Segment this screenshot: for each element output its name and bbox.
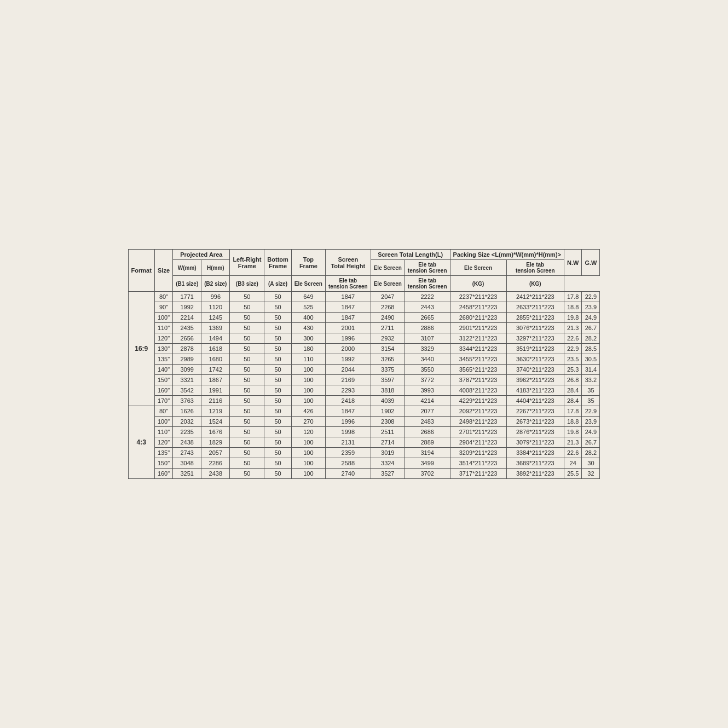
- col-ele-tab: Ele tabtension Screen: [405, 260, 450, 276]
- table-cell: 1847: [325, 406, 371, 417]
- table-cell: 50: [264, 292, 292, 302]
- table-cell: 100: [291, 437, 325, 448]
- table-cell: 2438: [173, 437, 201, 448]
- table-cell: 3375: [371, 365, 405, 375]
- table-cell: 1847: [325, 313, 371, 323]
- table-cell: 270: [291, 417, 325, 427]
- table-cell: 21.3: [564, 323, 581, 333]
- table-cell: 3440: [405, 354, 450, 365]
- table-cell: 2286: [201, 458, 230, 469]
- table-cell: 2116: [201, 396, 230, 406]
- table-cell: 3499: [405, 458, 450, 469]
- table-cell: 2680*211*223: [450, 313, 506, 323]
- table-cell: 21.3: [564, 437, 581, 448]
- table-cell: 28.5: [582, 344, 600, 354]
- table-cell: 430: [291, 323, 325, 333]
- table-cell: 100: [291, 396, 325, 406]
- table-cell: 50: [264, 417, 292, 427]
- table-cell: 3297*211*223: [506, 333, 564, 344]
- col-lr-frame: Left-RightFrame: [230, 250, 264, 276]
- table-cell: 110": [154, 323, 172, 333]
- table-cell: 3787*211*223: [450, 375, 506, 385]
- table-cell: 160": [154, 469, 172, 479]
- table-cell: 50: [230, 406, 264, 417]
- table-cell: 1676: [201, 427, 230, 437]
- table-cell: 1245: [201, 313, 230, 323]
- table-cell: 1902: [371, 406, 405, 417]
- table-cell: 50: [230, 458, 264, 469]
- table-cell: 19.8: [564, 427, 581, 437]
- table-cell: 3542: [173, 385, 201, 396]
- table-cell: 3384*211*223: [506, 448, 564, 458]
- table-cell: 3702: [405, 469, 450, 479]
- table-cell: 35: [582, 385, 600, 396]
- table-cell: 2483: [405, 417, 450, 427]
- table-cell: 2686: [405, 427, 450, 437]
- col-b2: (B2 size): [201, 276, 230, 292]
- table-cell: 50: [230, 302, 264, 313]
- table-cell: 3019: [371, 448, 405, 458]
- table-cell: 22.9: [564, 344, 581, 354]
- table-cell: 17.8: [564, 406, 581, 417]
- table-cell: 100: [291, 458, 325, 469]
- table-cell: 135": [154, 448, 172, 458]
- table-cell: 1742: [201, 365, 230, 375]
- table-cell: 1867: [201, 375, 230, 385]
- table-cell: 3527: [371, 469, 405, 479]
- table-cell: 50: [264, 323, 292, 333]
- table-cell: 2932: [371, 333, 405, 344]
- table-cell: 100: [291, 375, 325, 385]
- table-cell: 100: [291, 365, 325, 375]
- table-cell: 1829: [201, 437, 230, 448]
- table-cell: 50: [230, 354, 264, 365]
- table-cell: 150": [154, 375, 172, 385]
- table-cell: 80": [154, 292, 172, 302]
- table-cell: 2077: [405, 406, 450, 417]
- table-cell: 400: [291, 313, 325, 323]
- table-cell: 3321: [173, 375, 201, 385]
- table-cell: 50: [230, 365, 264, 375]
- table-cell: 150": [154, 458, 172, 469]
- table-cell: 1992: [173, 302, 201, 313]
- table-cell: 2889: [405, 437, 450, 448]
- col-b1: (B1 size): [173, 276, 201, 292]
- table-cell: 50: [230, 437, 264, 448]
- table-cell: 50: [264, 333, 292, 344]
- table-cell: 1996: [325, 417, 371, 427]
- table-cell: 3079*211*223: [506, 437, 564, 448]
- table-cell: 1626: [173, 406, 201, 417]
- table-cell: 2222: [405, 292, 450, 302]
- table-cell: 4229*211*223: [450, 396, 506, 406]
- table-cell: 3630*211*223: [506, 354, 564, 365]
- table-cell: 3550: [405, 365, 450, 375]
- table-cell: 100: [291, 448, 325, 458]
- table-cell: 2701*211*223: [450, 427, 506, 437]
- table-cell: 50: [264, 396, 292, 406]
- col-nw-kg: (KG): [450, 276, 506, 292]
- table-cell: 3514*211*223: [450, 458, 506, 469]
- col-screen-length: Screen Total Length(L): [371, 250, 450, 260]
- table-cell: 4039: [371, 396, 405, 406]
- table-cell: 32: [582, 469, 600, 479]
- format-43: 4:3: [128, 406, 154, 479]
- table-cell: 18.8: [564, 302, 581, 313]
- table-cell: 23.9: [582, 417, 600, 427]
- table-cell: 28.4: [564, 385, 581, 396]
- table-cell: 3689*211*223: [506, 458, 564, 469]
- table-cell: 50: [230, 344, 264, 354]
- col-h: H(mm): [201, 260, 230, 276]
- table-cell: 50: [230, 333, 264, 344]
- table-cell: 50: [264, 354, 292, 365]
- table-cell: 3265: [371, 354, 405, 365]
- table-cell: 3344*211*223: [450, 344, 506, 354]
- table-cell: 2044: [325, 365, 371, 375]
- table-cell: 50: [230, 417, 264, 427]
- table-cell: 3597: [371, 375, 405, 385]
- table-cell: 1847: [325, 292, 371, 302]
- table-cell: 28.2: [582, 333, 600, 344]
- table-cell: 1120: [201, 302, 230, 313]
- table-cell: 2876*211*223: [506, 427, 564, 437]
- table-cell: 2169: [325, 375, 371, 385]
- table-cell: 22.9: [582, 292, 600, 302]
- table-cell: 649: [291, 292, 325, 302]
